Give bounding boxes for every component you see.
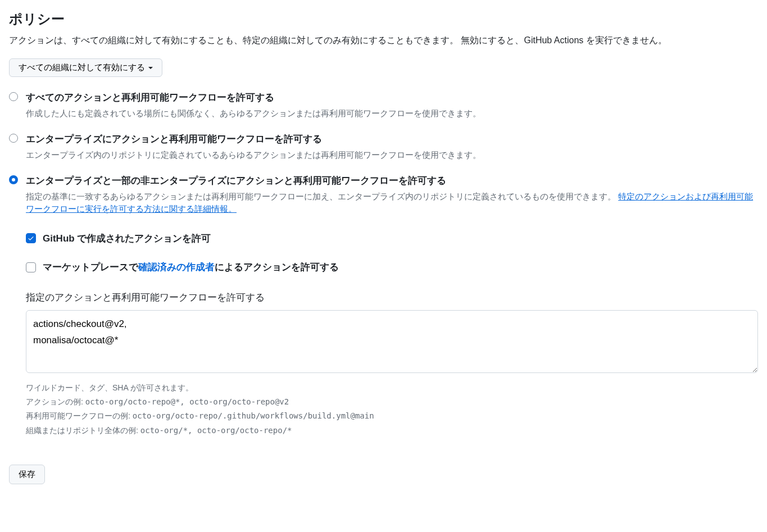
radio-content: すべてのアクションと再利用可能ワークフローを許可する 作成した人にも定義されてい…: [26, 90, 758, 120]
radio-description: 作成した人にも定義されている場所にも関係なく、あらゆるアクションまたは再利用可能…: [26, 107, 758, 120]
radio-option-allow-enterprise[interactable]: エンタープライズにアクションと再利用可能ワークフローを許可する エンタープライズ…: [9, 132, 758, 161]
radio-title: エンタープライズと一部の非エンタープライズにアクションと再利用可能ワークフローを…: [26, 174, 758, 188]
help-text: ワイルドカード、タグ、SHA が許可されます。 アクションの例: octo-or…: [26, 381, 758, 438]
checkbox-row-github-created: GitHub で作成されたアクションを許可: [26, 231, 758, 246]
help-line-wildcards: ワイルドカード、タグ、SHA が許可されます。: [26, 381, 758, 395]
specified-actions-label: 指定のアクションと再利用可能ワークフローを許可する: [26, 290, 758, 305]
help-line-actions-example: アクションの例: octo-org/octo-repo@*, octo-org/…: [26, 395, 758, 409]
label-prefix: マーケットプレースで: [43, 262, 138, 272]
dropdown-label: すべての組織に対して有効にする: [19, 62, 145, 73]
checkbox-row-marketplace-verified: マーケットプレースで確認済みの作成者によるアクションを許可する: [26, 260, 758, 275]
radio-content: エンタープライズと一部の非エンタープライズにアクションと再利用可能ワークフローを…: [26, 174, 758, 216]
enable-scope-dropdown[interactable]: すべての組織に対して有効にする: [9, 58, 162, 77]
radio-icon: [9, 134, 18, 143]
radio-desc-text: 指定の基準に一致するあらゆるアクションまたは再利用可能ワークフローに加え、エンタ…: [26, 192, 618, 201]
help-line-org-repo-example: 組織またはリポジトリ全体の例: octo-org/*, octo-org/oct…: [26, 424, 758, 438]
help-line-reusable-example: 再利用可能ワークフローの例: octo-org/octo-repo/.githu…: [26, 409, 758, 423]
radio-description: エンタープライズ内のリポジトリに定義されているあらゆるアクションまたは再利用可能…: [26, 149, 758, 162]
radio-icon: [9, 175, 18, 184]
actions-policy-radio-group: すべてのアクションと再利用可能ワークフローを許可する 作成した人にも定義されてい…: [9, 90, 758, 438]
sub-options: GitHub で作成されたアクションを許可 マーケットプレースで確認済みの作成者…: [26, 231, 758, 438]
save-button[interactable]: 保存: [9, 465, 45, 484]
radio-option-allow-select[interactable]: エンタープライズと一部の非エンタープライズにアクションと再利用可能ワークフローを…: [9, 174, 758, 216]
radio-title: すべてのアクションと再利用可能ワークフローを許可する: [26, 90, 758, 105]
check-icon: [28, 235, 34, 242]
radio-option-allow-all[interactable]: すべてのアクションと再利用可能ワークフローを許可する 作成した人にも定義されてい…: [9, 90, 758, 120]
chevron-down-icon: [148, 67, 153, 69]
allow-marketplace-verified-checkbox[interactable]: [26, 262, 36, 272]
radio-icon: [9, 92, 18, 101]
radio-content: エンタープライズにアクションと再利用可能ワークフローを許可する エンタープライズ…: [26, 132, 758, 161]
specified-actions-textarea[interactable]: [26, 310, 758, 373]
allow-github-created-checkbox[interactable]: [26, 233, 36, 243]
page-title: ポリシー: [9, 9, 758, 29]
checkbox-label: マーケットプレースで確認済みの作成者によるアクションを許可する: [43, 260, 339, 275]
label-suffix: によるアクションを許可する: [215, 262, 339, 272]
checkbox-label: GitHub で作成されたアクションを許可: [43, 231, 211, 246]
specified-actions-section: 指定のアクションと再利用可能ワークフローを許可する ワイルドカード、タグ、SHA…: [26, 290, 758, 438]
radio-title: エンタープライズにアクションと再利用可能ワークフローを許可する: [26, 132, 758, 147]
verified-creators-link[interactable]: 確認済みの作成者: [138, 262, 215, 272]
radio-description: 指定の基準に一致するあらゆるアクションまたは再利用可能ワークフローに加え、エンタ…: [26, 190, 758, 216]
policy-description: アクションは、すべての組織に対して有効にすることも、特定の組織に対してのみ有効に…: [9, 34, 758, 47]
